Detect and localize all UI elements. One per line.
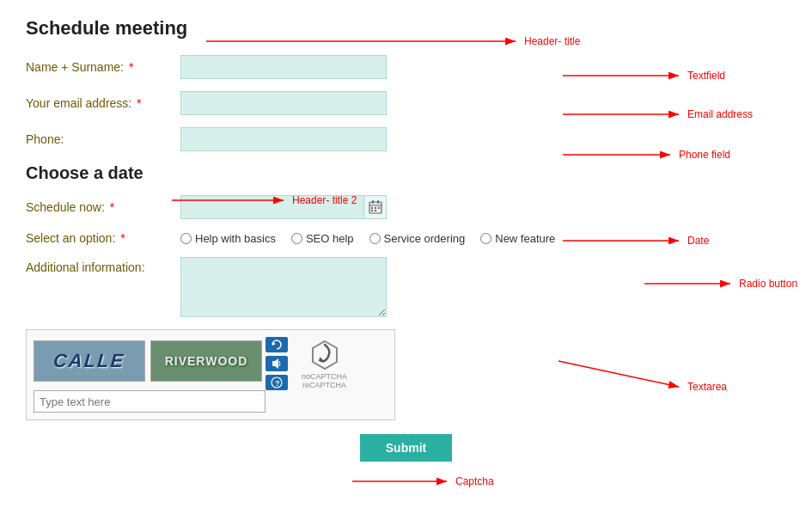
svg-line-27 bbox=[559, 361, 679, 387]
captcha-text-1: CALLE bbox=[52, 350, 126, 372]
email-required: * bbox=[137, 96, 141, 110]
section-title-date: Choose a date bbox=[26, 163, 786, 183]
captcha-image-1: CALLE bbox=[34, 340, 145, 382]
radio-basics[interactable] bbox=[180, 233, 192, 244]
additional-row: Additional information: bbox=[26, 257, 786, 317]
email-label: Your email address: * bbox=[26, 96, 180, 110]
svg-rect-10 bbox=[272, 361, 275, 366]
svg-rect-8 bbox=[375, 210, 376, 211]
captcha-wrapper: CALLE RIVERWOOD bbox=[26, 329, 395, 420]
svg-rect-5 bbox=[375, 207, 376, 209]
calendar-icon[interactable] bbox=[363, 196, 386, 218]
svg-rect-6 bbox=[378, 207, 380, 209]
captcha-logo-area: noCAPTCHA reCAPTCHA bbox=[288, 338, 347, 389]
captcha-help-btn[interactable]: ? bbox=[266, 375, 288, 390]
svg-rect-3 bbox=[377, 200, 379, 204]
svg-rect-7 bbox=[371, 210, 373, 211]
captcha-images-row: CALLE RIVERWOOD bbox=[34, 337, 388, 390]
additional-label: Additional information: bbox=[26, 257, 180, 274]
name-required: * bbox=[129, 60, 133, 74]
date-input-wrapper bbox=[180, 195, 387, 219]
name-row: Name + Surname: * bbox=[26, 55, 786, 79]
schedule-required: * bbox=[110, 200, 114, 214]
option-required: * bbox=[120, 231, 125, 245]
svg-rect-2 bbox=[372, 200, 374, 204]
option-row: Select an option: * Help with basics SEO… bbox=[26, 231, 786, 245]
captcha-controls: ? bbox=[266, 337, 288, 390]
phone-input[interactable] bbox=[180, 127, 387, 151]
radio-option-basics[interactable]: Help with basics bbox=[180, 232, 276, 245]
email-input[interactable] bbox=[180, 91, 387, 115]
nocaptcha-label: noCAPTCHA bbox=[302, 372, 347, 381]
phone-row: Phone: bbox=[26, 127, 786, 151]
svg-text:Textarea: Textarea bbox=[687, 381, 727, 393]
radio-service[interactable] bbox=[369, 233, 381, 244]
page-title: Schedule meeting bbox=[26, 17, 786, 40]
captcha-audio-btn[interactable] bbox=[266, 356, 288, 371]
captcha-images: CALLE RIVERWOOD bbox=[34, 340, 262, 382]
schedule-row: Schedule now: * bbox=[26, 195, 786, 219]
recaptcha-label: reCAPTCHA bbox=[302, 381, 346, 389]
svg-rect-4 bbox=[371, 207, 373, 209]
phone-label: Phone: bbox=[26, 132, 180, 146]
submit-row: Submit bbox=[26, 434, 786, 462]
option-label: Select an option: * bbox=[26, 231, 180, 245]
captcha-refresh-btn[interactable] bbox=[266, 337, 288, 352]
additional-textarea[interactable] bbox=[180, 257, 387, 317]
radio-group: Help with basics SEO help Service orderi… bbox=[180, 232, 555, 245]
captcha-input[interactable] bbox=[34, 390, 266, 413]
radio-option-seo[interactable]: SEO help bbox=[291, 232, 354, 245]
schedule-label: Schedule now: * bbox=[26, 200, 180, 214]
submit-button[interactable]: Submit bbox=[360, 434, 452, 462]
email-row: Your email address: * bbox=[26, 91, 786, 115]
radio-seo[interactable] bbox=[291, 233, 302, 244]
recaptcha-logo-icon bbox=[308, 338, 342, 372]
captcha-image-2: RIVERWOOD bbox=[150, 340, 262, 382]
svg-text:?: ? bbox=[275, 379, 280, 388]
name-label: Name + Surname: * bbox=[26, 60, 180, 74]
date-input[interactable] bbox=[181, 196, 363, 218]
radio-feature[interactable] bbox=[480, 233, 491, 244]
svg-marker-9 bbox=[272, 342, 276, 346]
radio-option-feature[interactable]: New feature bbox=[480, 232, 555, 245]
name-input[interactable] bbox=[180, 55, 387, 79]
svg-text:Captcha: Captcha bbox=[455, 475, 494, 487]
captcha-text-2: RIVERWOOD bbox=[165, 354, 248, 368]
radio-option-service[interactable]: Service ordering bbox=[369, 232, 466, 245]
